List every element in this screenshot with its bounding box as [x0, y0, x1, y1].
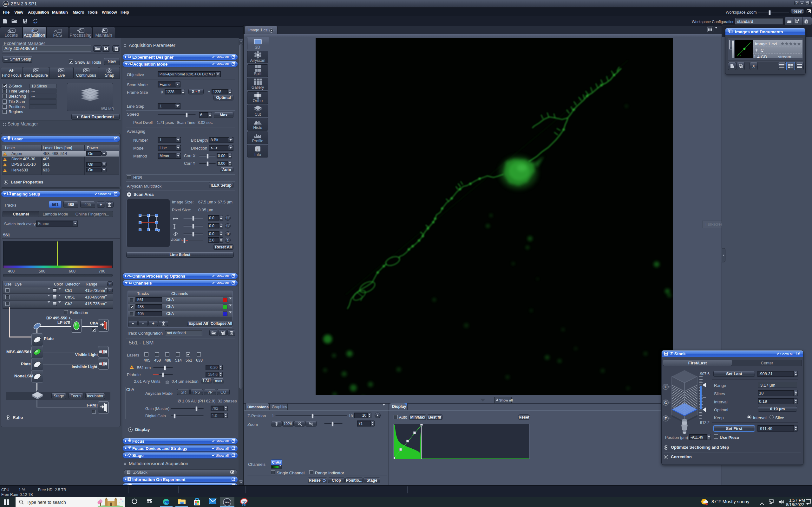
svg-text:i: i	[129, 477, 130, 481]
svg-text:ZEN: ZEN	[4, 3, 8, 5]
svg-text:i: i	[257, 147, 258, 152]
svg-text:ZEN: ZEN	[225, 501, 230, 504]
